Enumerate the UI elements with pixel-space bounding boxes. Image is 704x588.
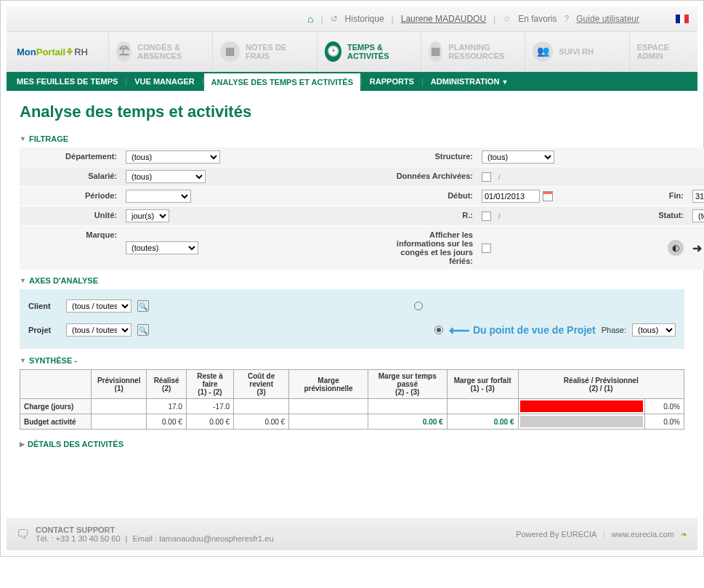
support-email[interactable]: lamanaudou@neospheresfr1.eu — [159, 534, 273, 543]
label-donnees: Données Archivées: — [376, 167, 477, 187]
logo[interactable]: MonPortail⚘RH — [7, 41, 108, 63]
label-structure: Structure: — [376, 148, 477, 167]
expand-icon: ▶ — [20, 440, 25, 448]
synthese-table: Prévisionnel (1) Réalisé (2) Reste à fai… — [20, 369, 684, 430]
label-projet: Projet — [28, 326, 60, 334]
checkbox-congesinfo[interactable] — [482, 243, 491, 253]
nav-suivi[interactable]: 👥SUIVI RH — [525, 32, 628, 71]
select-salarie[interactable]: (tous) — [126, 170, 206, 183]
nav-temps[interactable]: 🕑TEMPS & ACTIVITÉS — [317, 32, 421, 71]
collapse-icon: ▼ — [20, 135, 26, 142]
guide-link[interactable]: Guide utilisateur — [576, 14, 639, 24]
select-periode[interactable] — [126, 190, 191, 203]
axes-panel: Client (tous / toutes) 🔍 Projet (tous / … — [20, 289, 684, 349]
checkbox-r[interactable] — [482, 212, 491, 221]
leaf-icon: ❧ — [681, 530, 687, 539]
tab-administration[interactable]: ADMINISTRATION ▼ — [424, 72, 516, 92]
nav-planning[interactable]: ▦PLANNING RESSOURCES — [421, 32, 525, 71]
home-icon[interactable]: ⌂ — [307, 13, 313, 25]
main-nav: MonPortail⚘RH ⛱CONGÉS & ABSENCES ▦NOTES … — [7, 31, 697, 72]
select-marque[interactable]: (toutes) — [126, 241, 198, 254]
nav-notes[interactable]: ▦NOTES DE FRAIS — [212, 32, 316, 71]
label-client: Client — [28, 302, 60, 310]
support-icon: 🗨 — [17, 527, 30, 542]
tab-vue-manager[interactable]: VUE MANAGER — [127, 72, 202, 91]
section-filtrage[interactable]: ▼FILTRAGE — [20, 134, 684, 143]
topbar: ⌂ | ↺ Historique | Laurene MADAUDOU | ☆ … — [7, 7, 697, 31]
expense-icon: ▦ — [220, 41, 240, 62]
table-row: Charge (jours) 17.0 -17.0 0.0% — [20, 399, 684, 414]
info-icon[interactable]: i — [494, 211, 504, 221]
label-marque: Marque: — [20, 226, 121, 270]
section-details[interactable]: ▶DÉTAILS DES ACTIVITÉS — [20, 440, 684, 448]
history-icon[interactable]: ↺ — [331, 14, 338, 24]
select-phase[interactable]: (tous) — [632, 323, 676, 337]
tab-rapports[interactable]: RAPPORTS — [363, 72, 421, 91]
label-salarie: Salarié: — [20, 167, 121, 187]
user-link[interactable]: Laurene MADAUDOU — [401, 14, 486, 24]
select-statut[interactable]: (tous) — [692, 209, 704, 222]
calendar-icon[interactable] — [543, 191, 553, 201]
eurecia-link[interactable]: www.eurecia.com — [612, 530, 674, 539]
collapse-icon: ▼ — [20, 357, 26, 364]
select-departement[interactable]: (tous) — [126, 150, 220, 164]
select-projet[interactable]: (tous / toutes) — [66, 323, 132, 337]
label-periode: Période: — [20, 187, 121, 206]
label-debut: Début: — [376, 187, 477, 206]
label-statut: Statut: — [608, 206, 688, 226]
label-departement: Département: — [20, 148, 121, 167]
section-synthese[interactable]: ▼SYNTHÈSE - — [20, 356, 684, 365]
filter-grid: Département: (tous) Structure: (tous) Sa… — [20, 148, 684, 270]
select-client[interactable]: (tous / toutes) — [66, 299, 132, 313]
tab-mes-feuilles[interactable]: MES FEUILLES DE TEMPS — [9, 72, 125, 91]
nav-espace[interactable]: ESPACE ADMIN — [629, 32, 697, 71]
label-congesinfo: Afficher les informations sur les congés… — [376, 226, 477, 270]
input-debut[interactable] — [482, 190, 540, 203]
pov-indicator: ⟵Du point de vue de Projet — [449, 321, 596, 339]
bar-budget — [520, 416, 643, 427]
sub-nav: MES FEUILLES DE TEMPS | VUE MANAGER | AN… — [7, 72, 697, 91]
favoris-link[interactable]: En favoris — [518, 14, 557, 24]
radio-projet-pov[interactable] — [434, 326, 443, 334]
arrow-right-icon: ➜ — [692, 241, 702, 255]
people-icon: 👥 — [533, 41, 553, 62]
select-structure[interactable]: (tous) — [482, 150, 554, 164]
label-r: R.: — [376, 206, 477, 226]
powered-by: Powered By EURECIA — [516, 530, 596, 539]
gauge-icon[interactable]: ◐ — [668, 240, 684, 256]
input-fin[interactable] — [692, 190, 704, 203]
help-icon: ? — [565, 14, 570, 24]
chevron-down-icon: ▼ — [501, 78, 508, 86]
nav-conges[interactable]: ⛱CONGÉS & ABSENCES — [108, 32, 212, 71]
radio-client-pov[interactable] — [414, 302, 423, 310]
section-axes[interactable]: ▼AXES D'ANALYSE — [20, 276, 684, 285]
afficher-button[interactable]: ➜AFFICHER — [692, 241, 704, 255]
label-phase: Phase: — [602, 326, 626, 334]
history-link[interactable]: Historique — [345, 14, 384, 24]
contact-support: CONTACT SUPPORT — [36, 525, 274, 534]
label-fin: Fin: — [608, 187, 688, 206]
search-icon[interactable]: 🔍 — [137, 324, 149, 336]
page-title: Analyse des temps et activités — [20, 102, 684, 121]
calendar-icon: ▦ — [429, 41, 442, 62]
arrow-left-icon: ⟵ — [449, 321, 470, 339]
clock-icon: 🕑 — [325, 41, 341, 62]
search-icon[interactable]: 🔍 — [137, 300, 149, 312]
tab-analyse[interactable]: ANALYSE DES TEMPS ET ACTIVITÉS — [204, 73, 360, 91]
checkbox-archivees[interactable] — [482, 172, 491, 182]
flag-fr-icon[interactable] — [676, 15, 689, 23]
select-unite[interactable]: jour(s) — [126, 209, 169, 222]
label-unite: Unité: — [20, 206, 121, 226]
table-row: Budget activité 0.00 € 0.00 € 0.00 € 0.0… — [20, 414, 684, 430]
collapse-icon: ▼ — [20, 277, 26, 284]
info-icon[interactable]: i — [494, 172, 504, 182]
bar-charge — [520, 400, 643, 412]
star-icon: ☆ — [503, 14, 511, 24]
footer: 🗨 CONTACT SUPPORT Tél. : +33 1 30 40 50 … — [7, 518, 697, 550]
vacation-icon: ⛱ — [116, 41, 132, 62]
